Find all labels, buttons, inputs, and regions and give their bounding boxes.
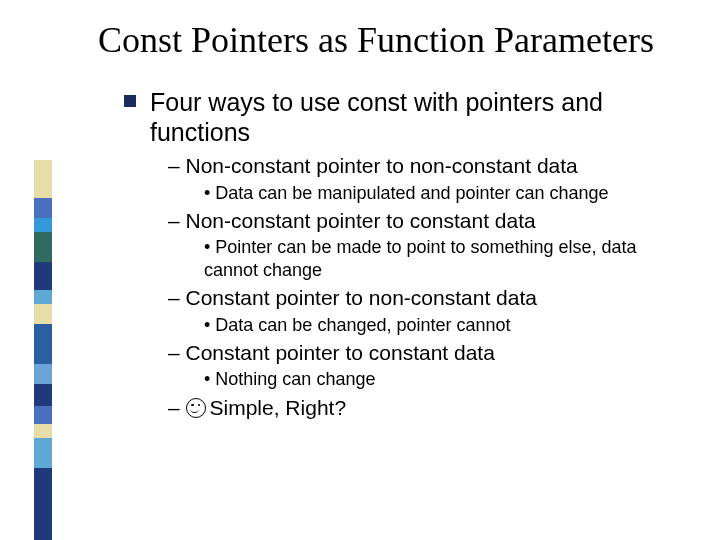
level2-closing: Simple, Right? [168, 395, 680, 421]
square-bullet-icon [124, 95, 136, 107]
level2-item: Constant pointer to non-constant data [168, 285, 680, 311]
level2-item: Non-constant pointer to non-constant dat… [168, 153, 680, 179]
level3-item: Nothing can change [204, 368, 680, 391]
closing-text: Simple, Right? [210, 396, 347, 419]
bullet-level1: Four ways to use const with pointers and… [124, 87, 680, 147]
decorative-stripe [34, 160, 52, 540]
slide-title: Const Pointers as Function Parameters [98, 20, 680, 61]
level3-item: Pointer can be made to point to somethin… [204, 236, 680, 281]
level3-item: Data can be manipulated and pointer can … [204, 182, 680, 205]
level2-item: Constant pointer to constant data [168, 340, 680, 366]
smiley-icon [186, 398, 206, 418]
level1-text: Four ways to use const with pointers and… [150, 87, 680, 147]
slide-content: Const Pointers as Function Parameters Fo… [98, 20, 680, 421]
level3-item: Data can be changed, pointer cannot [204, 314, 680, 337]
level2-item: Non-constant pointer to constant data [168, 208, 680, 234]
